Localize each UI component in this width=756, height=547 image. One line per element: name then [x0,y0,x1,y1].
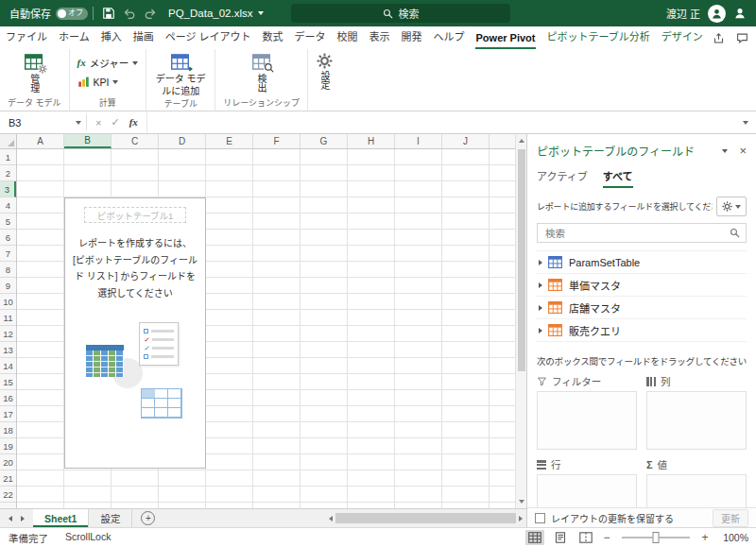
row-header-14[interactable]: 14 [0,358,16,374]
detect-button[interactable]: 検出 [249,51,275,93]
expand-chevron-icon[interactable] [539,305,542,311]
settings-button[interactable]: 設定 [314,51,335,90]
scroll-left-arrow-icon[interactable] [329,516,333,521]
tab-insert[interactable]: 挿入 [95,26,128,49]
expand-chevron-icon[interactable] [539,260,542,265]
tab-draw[interactable]: 描画 [128,26,160,49]
autosave-switch[interactable]: オフ [56,8,88,20]
zoom-slider[interactable] [622,537,690,538]
measures-button[interactable]: fx メジャー [76,55,141,71]
tab-pivottable-analyze[interactable]: ピボットテーブル分析 [541,26,655,49]
workbook-title[interactable]: PQ_Data_02.xlsx [168,8,264,19]
row-header-22[interactable]: 22 [0,487,16,503]
tab-help[interactable]: ヘルプ [428,26,471,49]
row-header-9[interactable]: 9 [0,278,16,294]
close-pane-icon[interactable]: × [739,145,747,157]
prev-sheet-arrow-icon[interactable] [9,516,12,521]
column-header-J[interactable]: J [442,134,490,148]
worksheet-grid[interactable]: ABCDEFGHIJ 12345678910111213141516171819… [0,134,515,508]
comment-icon[interactable] [736,32,748,44]
column-header-H[interactable]: H [348,134,395,148]
user-avatar[interactable] [708,5,726,23]
tab-file[interactable]: ファイル [0,26,53,49]
row-header-15[interactable]: 15 [0,374,16,390]
tab-design[interactable]: デザイン [656,26,709,49]
expand-formula-bar-button[interactable] [735,111,756,133]
field-item-paramsettable[interactable]: ParamSetTable [537,251,747,274]
vertical-scrollbar[interactable] [515,134,526,508]
row-header-21[interactable]: 21 [0,470,16,487]
scroll-up-arrow-icon[interactable] [516,134,526,147]
insert-function-button[interactable]: fx [129,117,138,128]
row-header-6[interactable]: 6 [0,230,16,246]
zoom-out-button[interactable]: − [602,532,611,543]
kpi-button[interactable]: KPI [76,75,141,89]
defer-layout-checkbox[interactable] [535,513,545,523]
column-header-I[interactable]: I [395,134,442,148]
page-break-preview-button[interactable] [576,530,595,545]
filters-drop-zone[interactable] [537,391,637,450]
search-box[interactable]: 検索 [291,4,510,23]
tab-review[interactable]: 校閲 [332,26,364,49]
add-to-data-model-button[interactable]: データ モデルに追加 [152,51,209,97]
new-sheet-button[interactable]: + [141,511,155,525]
row-header-18[interactable]: 18 [0,422,16,438]
field-item-tanka-master[interactable]: 単価マスタ [537,274,747,297]
zoom-in-button[interactable]: + [700,532,710,543]
undo-button[interactable] [119,3,140,24]
share-icon[interactable] [713,32,725,44]
row-header-16[interactable]: 16 [0,390,16,406]
row-header-11[interactable]: 11 [0,310,16,326]
column-header-G[interactable]: G [301,134,348,148]
row-header-17[interactable]: 17 [0,406,16,422]
tab-all-fields[interactable]: すべて [603,168,633,188]
horizontal-scrollbar-thumb[interactable] [335,513,516,523]
column-header-E[interactable]: E [206,134,253,148]
tab-home[interactable]: ホーム [53,26,95,49]
fields-search-input[interactable] [543,227,730,240]
tab-active-fields[interactable]: アクティブ [537,168,588,188]
pivot-table-placeholder[interactable]: ピボットテーブル1 レポートを作成するには、[ピボットテーブルのフィールド リス… [64,197,206,469]
scroll-right-arrow-icon[interactable] [519,516,523,521]
tab-formulas[interactable]: 数式 [257,26,289,49]
zoom-level[interactable]: 100% [716,532,748,543]
row-header-10[interactable]: 10 [0,294,16,310]
sheet-tab-sheet1[interactable]: Sheet1 [33,509,89,527]
vertical-scrollbar-thumb[interactable] [518,149,525,371]
columns-drop-zone[interactable] [646,391,747,450]
manage-button[interactable]: 管理 [21,51,47,93]
tab-developer[interactable]: 開発 [396,26,428,49]
select-all-corner[interactable] [0,134,17,148]
column-header-B[interactable]: B [64,134,112,148]
name-box[interactable]: B3 [0,111,71,133]
tab-view[interactable]: 表示 [364,26,396,49]
expand-chevron-icon[interactable] [539,282,542,288]
field-item-hanbai-query[interactable]: 販売クエリ [537,319,747,342]
cancel-entry-button[interactable]: × [95,117,101,128]
row-header-4[interactable]: 4 [0,197,16,214]
sheet-tab-settei[interactable]: 設定 [89,509,132,527]
scroll-down-arrow-icon[interactable] [516,495,526,508]
pane-options-icon[interactable] [722,149,728,153]
column-header-C[interactable]: C [112,134,159,148]
account-icon[interactable] [733,7,747,20]
formula-input[interactable] [146,111,735,133]
row-header-5[interactable]: 5 [0,214,16,230]
tools-button[interactable] [716,197,747,216]
enter-entry-button[interactable]: ✓ [111,116,119,128]
normal-view-button[interactable] [525,530,544,545]
horizontal-scrollbar[interactable] [325,509,526,527]
field-item-tenpo-master[interactable]: 店舗マスタ [537,297,747,319]
zoom-slider-thumb[interactable] [653,532,660,543]
name-box-dropdown[interactable] [71,111,86,133]
tab-power-pivot[interactable]: Power Pivot [471,28,541,49]
tab-data[interactable]: データ [289,26,332,49]
column-header-D[interactable]: D [159,134,206,148]
tab-page-layout[interactable]: ページ レイアウト [160,26,257,49]
row-header-12[interactable]: 12 [0,326,16,342]
update-button[interactable]: 更新 [713,509,748,527]
row-header-8[interactable]: 8 [0,262,16,278]
redo-button[interactable] [140,3,161,24]
row-header-13[interactable]: 13 [0,342,16,358]
column-header-A[interactable]: A [17,134,64,148]
